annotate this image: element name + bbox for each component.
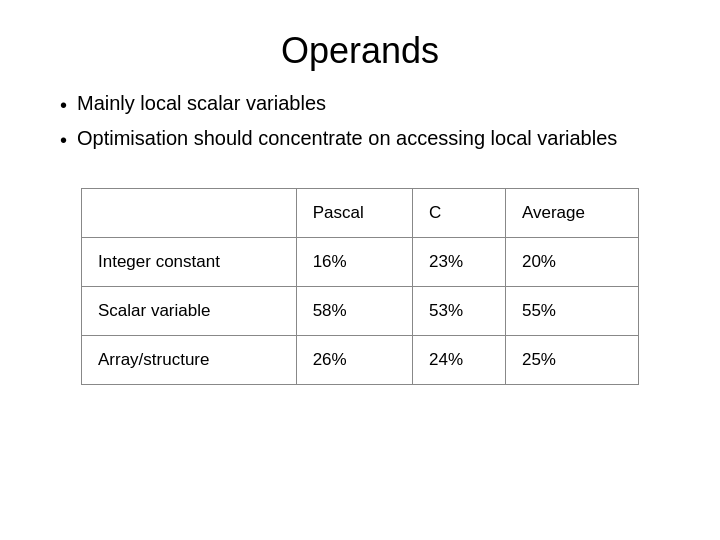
row-2-col-2: 24% bbox=[413, 336, 506, 385]
header-col-0 bbox=[82, 189, 297, 238]
row-0-col-1: 16% bbox=[296, 238, 412, 287]
row-1-col-0: Scalar variable bbox=[82, 287, 297, 336]
bullet-list: • Mainly local scalar variables • Optimi… bbox=[50, 90, 670, 160]
table-row: Array/structure 26% 24% 25% bbox=[82, 336, 639, 385]
bullet-item-2: • Optimisation should concentrate on acc… bbox=[60, 125, 670, 154]
table-header-row: Pascal C Average bbox=[82, 189, 639, 238]
header-col-2: C bbox=[413, 189, 506, 238]
header-col-1: Pascal bbox=[296, 189, 412, 238]
table-row: Integer constant 16% 23% 20% bbox=[82, 238, 639, 287]
row-2-col-0: Array/structure bbox=[82, 336, 297, 385]
table-row: Scalar variable 58% 53% 55% bbox=[82, 287, 639, 336]
row-1-col-3: 55% bbox=[505, 287, 638, 336]
bullet-text-2: Optimisation should concentrate on acces… bbox=[77, 125, 617, 152]
bullet-dot-2: • bbox=[60, 127, 67, 154]
row-1-col-2: 53% bbox=[413, 287, 506, 336]
bullet-item-1: • Mainly local scalar variables bbox=[60, 90, 670, 119]
header-col-3: Average bbox=[505, 189, 638, 238]
row-0-col-0: Integer constant bbox=[82, 238, 297, 287]
row-0-col-3: 20% bbox=[505, 238, 638, 287]
row-2-col-1: 26% bbox=[296, 336, 412, 385]
bullet-text-1: Mainly local scalar variables bbox=[77, 90, 326, 117]
data-table: Pascal C Average Integer constant 16% 23… bbox=[81, 188, 639, 385]
bullet-dot-1: • bbox=[60, 92, 67, 119]
row-0-col-2: 23% bbox=[413, 238, 506, 287]
row-2-col-3: 25% bbox=[505, 336, 638, 385]
slide-title: Operands bbox=[281, 30, 439, 72]
row-1-col-1: 58% bbox=[296, 287, 412, 336]
